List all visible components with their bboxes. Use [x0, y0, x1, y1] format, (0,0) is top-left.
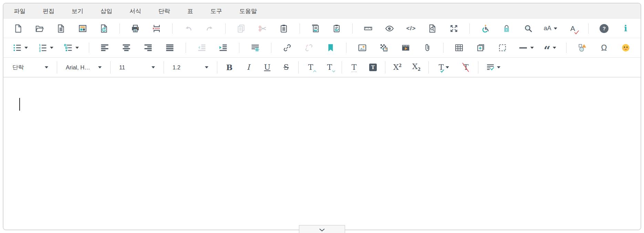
editor-content-area[interactable] — [3, 77, 641, 230]
draw-shape-button[interactable] — [577, 41, 588, 55]
insert-frame-button[interactable] — [475, 41, 487, 55]
rich-text-editor: 파일 편집 보기 삽입 서식 단락 표 도구 도움말 — [3, 3, 641, 230]
page-break-icon — [152, 24, 162, 33]
template-button[interactable] — [77, 21, 89, 36]
align-right-icon — [143, 43, 153, 53]
revision-history-button[interactable] — [98, 21, 110, 36]
bookmark-button[interactable] — [325, 41, 336, 55]
fullscreen-button[interactable] — [448, 21, 460, 36]
menu-item-paragraph[interactable]: 단락 — [158, 7, 170, 15]
strikethrough-button[interactable]: S — [279, 60, 293, 75]
image-gallery-button[interactable] — [378, 41, 390, 55]
preview-button[interactable] — [384, 21, 395, 36]
chevron-down-icon — [98, 66, 102, 68]
redo-button[interactable] — [204, 21, 216, 36]
link-icon — [282, 43, 292, 53]
paragraph-style-select[interactable]: 단락 — [9, 61, 52, 74]
menu-item-insert[interactable]: 삽입 — [101, 7, 112, 15]
menu-item-format[interactable]: 서식 — [129, 7, 141, 15]
print-button[interactable] — [129, 21, 141, 36]
toolbar-separator — [300, 23, 300, 34]
font-size-select[interactable]: 11 — [116, 61, 158, 74]
outdent-button[interactable] — [196, 41, 208, 55]
red-slash-icon — [461, 62, 471, 73]
multilevel-list-button[interactable] — [63, 41, 79, 55]
spellcheck-button[interactable]: A — [567, 21, 579, 36]
menu-item-table[interactable]: 표 — [187, 7, 193, 15]
blockquote-button[interactable]: “ — [544, 41, 557, 55]
menu-item-help[interactable]: 도움말 — [239, 7, 257, 15]
copy-button[interactable] — [235, 21, 247, 36]
menu-item-file[interactable]: 파일 — [14, 7, 25, 15]
toolbar-separator — [385, 61, 385, 74]
superscript-button[interactable]: X2 — [391, 60, 404, 75]
help-icon: ? — [600, 24, 609, 33]
find-document-button[interactable] — [427, 21, 438, 36]
menu-item-tools[interactable]: 도구 — [210, 7, 222, 15]
paste-as-text-button[interactable] — [331, 21, 343, 36]
lock-icon — [502, 24, 511, 33]
decrease-font-size-button[interactable]: T — [323, 60, 336, 75]
select-area-button[interactable] — [497, 41, 508, 55]
font-scale-button[interactable]: aA — [544, 21, 557, 36]
chevron-down-icon — [530, 47, 534, 49]
emoticons-button[interactable] — [620, 41, 632, 55]
special-characters-button[interactable]: Ω — [598, 41, 610, 55]
info-button[interactable]: i — [620, 21, 632, 36]
cut-button[interactable] — [257, 21, 268, 36]
chevron-down-icon — [446, 66, 449, 68]
help-button[interactable]: ? — [598, 21, 610, 36]
insert-link-button[interactable] — [281, 41, 293, 55]
menu-item-view[interactable]: 보기 — [72, 7, 83, 15]
text-style-button[interactable]: T — [434, 60, 454, 75]
paste-from-word-button[interactable] — [310, 21, 321, 36]
menu-item-edit[interactable]: 편집 — [43, 7, 54, 15]
open-file-button[interactable] — [34, 21, 45, 36]
align-right-button[interactable] — [142, 41, 154, 55]
subscript-button[interactable]: X2 — [409, 60, 423, 75]
search-button[interactable] — [522, 21, 534, 36]
toolbar-separator — [225, 23, 226, 34]
paragraph-format-icon — [486, 63, 495, 72]
font-family-select[interactable]: Arial, H… — [62, 61, 105, 74]
justify-button[interactable] — [164, 41, 176, 55]
toolbar-collapse-button[interactable] — [299, 225, 345, 233]
increase-font-size-button[interactable]: T — [304, 60, 318, 75]
red-check-icon — [574, 30, 579, 34]
list-settings-button[interactable] — [249, 41, 261, 55]
underline-button[interactable]: U — [260, 60, 274, 75]
align-center-button[interactable] — [121, 41, 132, 55]
indent-button[interactable] — [217, 41, 229, 55]
source-code-button[interactable]: </> — [405, 21, 417, 36]
ordered-list-button[interactable]: 123 — [38, 41, 53, 55]
new-document-button[interactable] — [12, 21, 24, 36]
insert-table-button[interactable] — [453, 41, 465, 55]
clear-formatting-button[interactable]: T — [459, 60, 473, 75]
accessibility-button[interactable] — [479, 21, 491, 36]
bold-button[interactable]: B — [222, 60, 236, 75]
lock-button[interactable] — [501, 21, 512, 36]
toolbar-separator — [298, 61, 299, 74]
ruler-button[interactable] — [362, 21, 374, 36]
italic-button[interactable]: I — [241, 60, 255, 75]
paragraph-format-button[interactable] — [484, 60, 503, 75]
background-color-button[interactable]: T — [366, 60, 380, 75]
insert-video-button[interactable] — [400, 41, 412, 55]
text-color-button[interactable]: T — [347, 60, 361, 75]
chevron-down-icon — [205, 66, 208, 68]
align-left-button[interactable] — [99, 41, 111, 55]
remove-link-button[interactable] — [303, 41, 315, 55]
page-break-button[interactable] — [151, 21, 163, 36]
toolbar-separator — [57, 61, 57, 74]
image-gallery-icon — [379, 43, 389, 53]
insert-image-button[interactable] — [356, 41, 368, 55]
horizontal-line-button[interactable] — [518, 41, 534, 55]
unordered-list-button[interactable] — [12, 41, 28, 55]
view-document-button[interactable] — [55, 21, 67, 36]
line-height-select[interactable]: 1.2 — [169, 61, 212, 74]
chevron-down-icon — [319, 228, 325, 232]
paste-button[interactable] — [278, 21, 290, 36]
undo-button[interactable] — [183, 21, 194, 36]
ruler-icon — [363, 24, 373, 33]
attach-file-button[interactable] — [422, 41, 433, 55]
